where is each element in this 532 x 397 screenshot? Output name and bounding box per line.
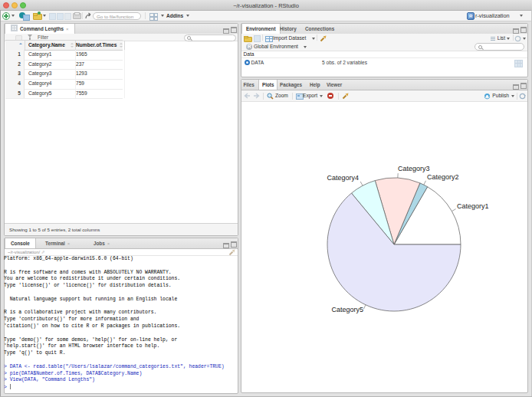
svg-text:Category2: Category2 xyxy=(427,173,459,181)
svg-text:Category1: Category1 xyxy=(457,202,489,210)
svg-text:Category4: Category4 xyxy=(327,174,359,182)
svg-text:Category5: Category5 xyxy=(331,306,363,313)
svg-text:Category3: Category3 xyxy=(398,165,430,172)
